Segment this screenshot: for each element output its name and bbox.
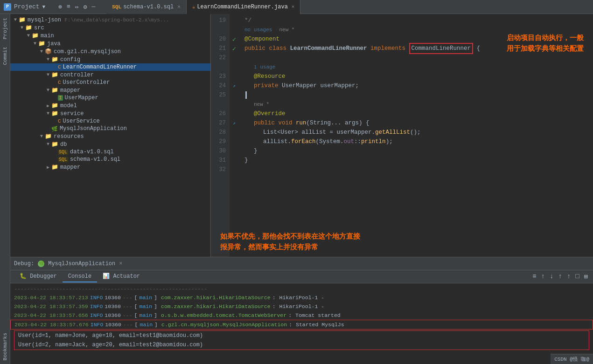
debug-app-icon: 🌿	[38, 261, 44, 267]
tree-item-userservice[interactable]: C UserService	[10, 117, 210, 125]
toolbar-stop[interactable]: □	[574, 273, 580, 281]
tree-item-resources[interactable]: ▼ 📁 resources	[10, 132, 210, 140]
debug-tab-console[interactable]: Console	[63, 271, 97, 282]
action-add[interactable]: ⊕	[58, 3, 62, 11]
tree-item-root[interactable]: ▼ 📁 mysql-json F:\new_data\spring-boot-2…	[10, 16, 210, 24]
action-minimize[interactable]: —	[92, 3, 96, 11]
tree-item-data-sql[interactable]: SQL data-v1.0.sql	[10, 148, 210, 156]
project-selector[interactable]: P Project ▼	[4, 3, 45, 11]
top-bar: P Project ▼ ⊕ ≡ ⇔ ⚙ — SQL schema-v1.0.sq…	[0, 0, 593, 14]
tree-item-learn-runner[interactable]: C LearnCommandLineRunner	[10, 63, 210, 71]
debugger-icon: 🐛	[20, 273, 27, 280]
tree-item-mapper-resources[interactable]: ▶ 📁 mapper	[10, 163, 210, 171]
tree-arrow-model: ▶	[45, 103, 51, 109]
bottom-bar: CSDN @怪 咖@	[551, 354, 593, 364]
tree-item-service[interactable]: ▼ 📁 service	[10, 110, 210, 117]
actuator-icon: 📊	[103, 273, 110, 280]
tree-item-db[interactable]: ▼ 📁 db	[10, 140, 210, 148]
sidebar-label-bookmarks[interactable]: Bookmarks	[0, 329, 10, 364]
debug-close-button[interactable]: ×	[119, 261, 122, 267]
log-line-1: 2023-04-22 18:33:57.213 INFO 10360 --- […	[10, 293, 593, 302]
project-title: Project	[14, 3, 40, 10]
code-line-31: }	[244, 156, 587, 165]
folder-icon-model: 📁	[51, 102, 58, 109]
action-settings[interactable]: ⚙	[84, 3, 87, 11]
debug-tab-actuator[interactable]: 📊 Actuator	[97, 271, 146, 282]
editor-content: 19 20 21 22 23 24 25 26 27 28 29	[211, 14, 593, 257]
debug-tab-debugger[interactable]: 🐛 Debugger	[14, 271, 63, 282]
tree-label-usermapper: UserMapper	[65, 95, 98, 101]
toolbar-menu[interactable]: ≡	[531, 273, 537, 281]
toolbar-up2[interactable]: ↑	[557, 273, 563, 281]
project-icon: P	[4, 3, 11, 11]
folder-icon-mapper-resources: 📁	[51, 164, 58, 171]
tree-item-usermapper[interactable]: I UserMapper	[10, 94, 210, 102]
tree-item-java[interactable]: ▼ 📁 java	[10, 40, 210, 48]
code-area[interactable]: */ no usages new * @Component public	[239, 14, 593, 257]
toolbar-up1[interactable]: ↑	[540, 273, 546, 281]
tree-arrow-mapper: ▼	[45, 88, 51, 93]
tree-item-main[interactable]: ▼ 📁 main	[10, 32, 210, 40]
toolbar-grid[interactable]: ⊞	[583, 273, 589, 281]
folder-icon-resources: 📁	[45, 133, 52, 140]
package-icon: 📦	[45, 48, 52, 55]
tree-label-java: java	[47, 41, 61, 47]
code-meta-nousages: no usages new *	[244, 25, 587, 34]
project-dropdown-icon[interactable]: ▼	[42, 4, 46, 10]
tab-runner-label: LearnCommandLineRunner.java	[197, 4, 287, 10]
tree-item-schema-sql[interactable]: SQL schema-v1.0.sql	[10, 156, 210, 163]
sidebar-label-commit[interactable]: Commit	[0, 43, 10, 69]
sql-icon-data: SQL	[58, 150, 68, 155]
tree-item-src[interactable]: ▼ 📁 src	[10, 24, 210, 32]
folder-icon-src: 📁	[25, 24, 32, 31]
tree-label-data-sql: data-v1.0.sql	[70, 149, 114, 155]
tree-item-package[interactable]: ▼ 📦 com.gzl.cn.mysqljson	[10, 48, 210, 55]
code-line-20: @Component	[244, 34, 587, 44]
output-box: User(id=1, name=Jone, age=18, email=test…	[14, 330, 589, 350]
tree-item-mysqljson-app[interactable]: 🌿 MysqlJsonApplication	[10, 125, 210, 132]
action-split[interactable]: ⇔	[75, 3, 79, 11]
debug-content[interactable]: ----------------------------------------…	[10, 283, 593, 364]
project-panel: ▼ 📁 mysql-json F:\new_data\spring-boot-2…	[10, 14, 211, 257]
code-line-26: @Override	[244, 109, 587, 118]
debug-header: Debug: 🌿 MysqlJsonApplication ×	[10, 257, 593, 270]
tab-schema[interactable]: SQL schema-v1.0.sql ×	[106, 0, 186, 14]
tree-label-mapper-resources: mapper	[60, 164, 80, 171]
tree-item-model[interactable]: ▶ 📁 model	[10, 102, 210, 110]
tree-label-config: config	[60, 56, 80, 63]
tree-arrow-controller: ▼	[45, 72, 51, 77]
debug-app-label[interactable]: MysqlJsonApplication	[48, 261, 115, 267]
tree-item-usercontroller[interactable]: C UserController	[10, 79, 210, 86]
code-line-29: allList. forEach ( System . out :: print…	[244, 137, 587, 146]
gutter-arrow-24: ↗	[233, 83, 236, 89]
log-line-4-highlighted: 2023-04-22 18:33:57.676 INFO 10360 --- […	[10, 320, 593, 330]
tree-arrow-db: ▼	[45, 142, 51, 147]
tab-schema-close[interactable]: ×	[177, 4, 181, 10]
code-line-21: public class LearnCommandLineRunner impl…	[244, 44, 587, 53]
tab-runner-close[interactable]: ×	[292, 4, 295, 10]
code-meta-new: new *	[244, 100, 587, 109]
tree-item-config[interactable]: ▼ 📁 config	[10, 55, 210, 63]
action-menu[interactable]: ≡	[67, 3, 70, 11]
tree-item-controller[interactable]: ▼ 📁 controller	[10, 71, 210, 79]
tree-arrow-userservice	[51, 119, 58, 124]
tree-arrow-usercontroller	[51, 80, 58, 85]
tree-label-userservice: UserService	[63, 118, 100, 124]
log-line-2: 2023-04-22 18:33:57.359 INFO 10360 --- […	[10, 302, 593, 311]
toolbar-down[interactable]: ↓	[548, 273, 555, 281]
tree-arrow-resources: ▼	[38, 134, 45, 139]
tree-item-mapper[interactable]: ▼ 📁 mapper	[10, 86, 210, 94]
toolbar-up3[interactable]: ↑	[565, 273, 572, 281]
tab-runner[interactable]: ☕ LearnCommandLineRunner.java ×	[187, 0, 301, 14]
gutter-arrow-27: ↗	[233, 120, 236, 126]
bottom-bar-label: CSDN @怪 咖@	[554, 356, 589, 363]
tree-arrow-mysqljson-app	[45, 126, 51, 131]
code-line-23: @Resource	[244, 72, 587, 81]
gutter-check-20: ✓	[232, 35, 236, 43]
java-file-icon: ☕	[192, 4, 195, 10]
java-icon-usermapper: I	[58, 95, 63, 101]
sidebar-label-project[interactable]: Project	[0, 14, 10, 43]
highlighted-interface: CommandLineRunner	[409, 43, 474, 54]
tree-arrow-config: ▼	[45, 57, 51, 62]
folder-icon-controller: 📁	[51, 71, 58, 78]
